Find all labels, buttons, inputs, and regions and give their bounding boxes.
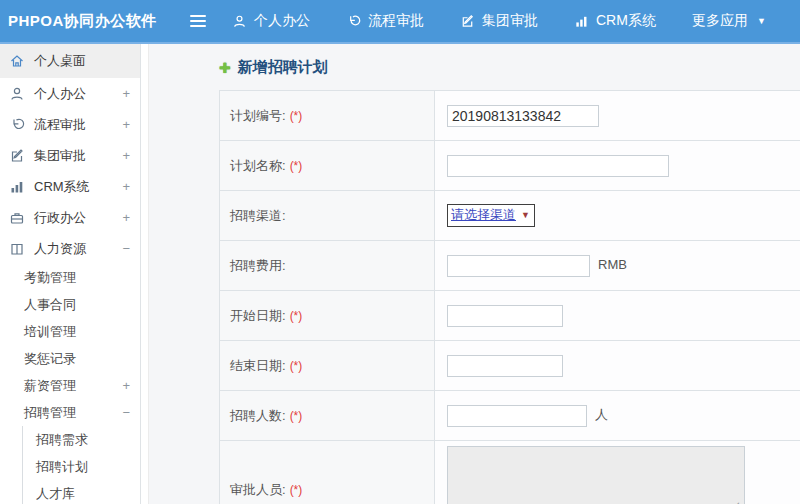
row-end-date: 结束日期:(*) [220,341,800,391]
sidebar-item-hr-contract[interactable]: 人事合同 [0,291,140,318]
chart-icon [574,14,589,29]
expand-plus-icon[interactable]: + [122,378,130,393]
field-label: 招聘人数: [230,408,286,423]
page-title-text: 新增招聘计划 [238,58,328,77]
expand-plus-icon[interactable]: + [122,179,130,194]
sidebar-item-admin-office[interactable]: 行政办公 + [0,202,140,233]
channel-select[interactable]: 请选择渠道 ▼ [447,204,535,227]
fee-unit: RMB [598,257,627,272]
required-mark: (*) [290,109,303,123]
flow-icon [346,14,361,29]
app-window: PHPOA协同办公软件 个人办公 流程审批 集团审批 CRM系统 更多应用 ▼ [0,0,800,504]
recruit-plan-form: 计划编号:(*) 计划名称:(*) 招聘渠道: 请选择渠道 ▼ [219,90,800,504]
approvers-textarea[interactable] [447,446,745,504]
sidebar-item-crm[interactable]: CRM系统 + [0,171,140,202]
field-label: 招聘费用: [230,258,286,273]
sidebar-item-group-approval[interactable]: 集团审批 + [0,140,140,171]
flow-icon [9,117,25,133]
field-label: 结束日期: [230,358,286,373]
field-label: 开始日期: [230,308,286,323]
row-headcount: 招聘人数:(*) 人 [220,391,800,441]
plan-no-input[interactable] [447,105,599,127]
briefcase-icon [9,210,25,226]
start-date-input[interactable] [447,305,563,327]
field-label: 计划编号: [230,108,286,123]
nav-group-approval[interactable]: 集团审批 [460,12,538,30]
edit-icon [9,148,25,164]
sidebar-item-rewards[interactable]: 奖惩记录 [0,345,140,372]
sidebar-item-recruit-plan[interactable]: 招聘计划 [23,453,140,480]
nav-personal-office[interactable]: 个人办公 [232,12,310,30]
select-arrow-icon: ▼ [521,210,530,220]
sidebar-item-desktop[interactable]: 个人桌面 [0,44,140,78]
nav-workflow-approval[interactable]: 流程审批 [346,12,424,30]
channel-select-value: 请选择渠道 [451,206,516,224]
required-mark: (*) [290,359,303,373]
headcount-unit: 人 [595,407,608,422]
sidebar-item-workflow-approval[interactable]: 流程审批 + [0,109,140,140]
recruit-submenu: 招聘需求 招聘计划 人才库 [22,426,140,504]
sidebar-item-salary[interactable]: 薪资管理+ [0,372,140,399]
required-mark: (*) [290,483,303,497]
expand-plus-icon[interactable]: + [122,210,130,225]
nav-crm-system[interactable]: CRM系统 [574,12,656,30]
top-nav: 个人办公 流程审批 集团审批 CRM系统 更多应用 ▼ [232,12,766,30]
sidebar-item-recruit-mgmt[interactable]: 招聘管理− [0,399,140,426]
home-icon [9,53,25,69]
top-bar: PHPOA协同办公软件 个人办公 流程审批 集团审批 CRM系统 更多应用 ▼ [0,0,800,44]
content-area: ✚ 新增招聘计划 计划编号:(*) 计划名称:(*) 招聘渠道: 请选择渠道 [149,44,800,504]
plus-icon: ✚ [219,60,231,76]
page-title: ✚ 新增招聘计划 [219,58,800,77]
expand-plus-icon[interactable]: + [122,148,130,163]
book-icon [9,241,25,257]
user-icon [9,86,25,102]
sidebar-item-talent-pool[interactable]: 人才库 [23,480,140,504]
field-label: 审批人员: [230,482,286,497]
row-approvers: 审批人员:(*) ◢ +选择审批人员 [220,441,800,504]
row-plan-name: 计划名称:(*) [220,141,800,191]
sidebar-item-training[interactable]: 培训管理 [0,318,140,345]
sidebar-item-hr[interactable]: 人力资源 − [0,233,140,264]
sidebar: 个人桌面 个人办公 + 流程审批 + 集团审批 + CRM系统 + [0,44,141,504]
menu-toggle-icon[interactable] [190,15,206,27]
row-channel: 招聘渠道: 请选择渠道 ▼ [220,191,800,241]
fee-input[interactable] [447,255,590,277]
app-logo: PHPOA协同办公软件 [8,12,190,31]
sidebar-item-attendance[interactable]: 考勤管理 [0,264,140,291]
required-mark: (*) [290,159,303,173]
expand-plus-icon[interactable]: + [122,117,130,132]
user-icon [232,14,247,29]
nav-more-apps[interactable]: 更多应用 ▼ [692,12,766,30]
sidebar-scroll-gutter[interactable] [141,44,149,504]
main-area: 个人桌面 个人办公 + 流程审批 + 集团审批 + CRM系统 + [0,44,800,504]
field-label: 招聘渠道: [230,208,286,223]
plan-name-input[interactable] [447,155,669,177]
chart-icon [9,179,25,195]
field-label: 计划名称: [230,158,286,173]
expand-minus-icon[interactable]: − [122,405,130,420]
expand-plus-icon[interactable]: + [122,86,130,101]
required-mark: (*) [290,309,303,323]
expand-minus-icon[interactable]: − [122,241,130,256]
sidebar-item-recruit-demand[interactable]: 招聘需求 [23,426,140,453]
row-fee: 招聘费用: RMB [220,241,800,291]
chevron-down-icon: ▼ [757,16,766,26]
sidebar-item-personal-office[interactable]: 个人办公 + [0,78,140,109]
edit-icon [460,14,475,29]
row-plan-no: 计划编号:(*) [220,91,800,141]
headcount-input[interactable] [447,405,587,427]
required-mark: (*) [290,409,303,423]
end-date-input[interactable] [447,355,563,377]
row-start-date: 开始日期:(*) [220,291,800,341]
